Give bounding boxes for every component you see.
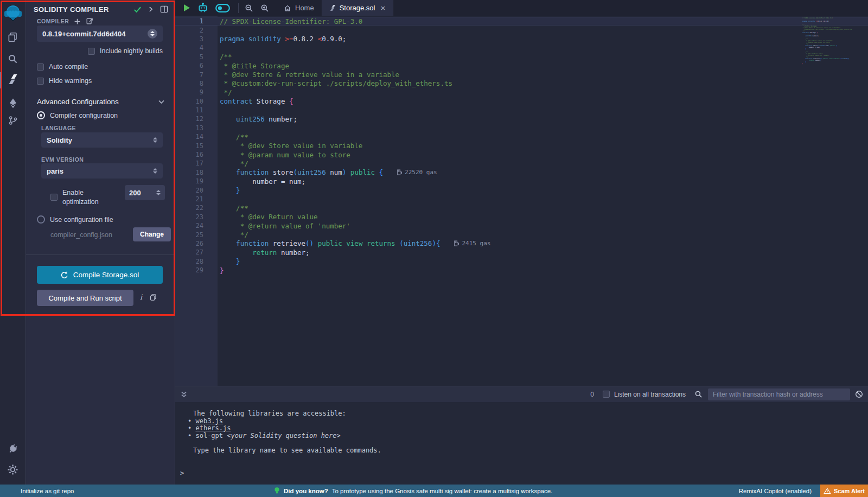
language-value: Solidity (47, 136, 153, 144)
code-line: 18 function store(uint256 num) public {2… (175, 168, 868, 177)
collapse-terminal-icon[interactable] (180, 391, 188, 398)
terminal-header: 0 Listen on all transactions (175, 386, 868, 402)
git-icon[interactable] (7, 114, 20, 127)
code-line: 9 */ (175, 88, 868, 97)
use-config-file-label: Use configuration file (50, 216, 113, 224)
line-number: 27 (175, 248, 203, 256)
file-explorer-icon[interactable] (7, 30, 20, 43)
search-icon[interactable] (7, 52, 20, 65)
enable-optimization-checkbox[interactable] (50, 194, 58, 201)
pin-panel-icon[interactable] (160, 5, 168, 13)
line-number: 21 (175, 195, 203, 203)
remix-logo-icon[interactable] (3, 3, 23, 23)
plugin-manager-icon[interactable] (7, 442, 20, 455)
terminal-line (188, 439, 868, 447)
terminal-lines: The following libraries are accessible:•… (188, 410, 868, 455)
use-config-file-radio-row[interactable]: Use configuration file (37, 215, 113, 224)
terminal-prompt[interactable]: > (180, 470, 184, 477)
code-line: 26 function retrieve() public view retur… (175, 239, 868, 248)
info-icon[interactable]: i (140, 293, 142, 301)
listen-all-transactions-row[interactable]: Listen on all transactions (603, 391, 686, 398)
compiler-configuration-radio-row[interactable]: Compiler configuration (37, 111, 118, 119)
code-line: 22 /** (175, 203, 868, 212)
transaction-filter-input[interactable] (708, 388, 850, 400)
run-script-button[interactable] (183, 4, 190, 12)
tab-home[interactable]: Home (276, 0, 322, 16)
git-init-label[interactable]: Initialize as git repo (21, 488, 74, 494)
code-line: 5/** (175, 53, 868, 61)
did-you-know-tip: Did you know? To prototype using the Gno… (274, 487, 552, 495)
number-input-spinner-icon[interactable] (156, 190, 161, 195)
advanced-configurations-toggle[interactable]: Advanced Configurations (37, 98, 165, 106)
zoom-out-icon (245, 4, 253, 12)
hide-warnings-checkbox-row[interactable]: Hide warnings (37, 77, 92, 85)
settings-gear-icon[interactable] (7, 463, 20, 476)
line-number: 12 (175, 115, 203, 123)
gas-estimate-widget: 22520 gas (397, 169, 437, 176)
recompile-icon (61, 271, 68, 279)
close-tab-icon[interactable]: × (380, 3, 385, 12)
code-line: 15 * @dev Store value in variable (175, 141, 868, 150)
code-line: 28 } (175, 257, 868, 266)
code-line: 19 number = num; (175, 177, 868, 186)
open-external-compiler-icon[interactable] (86, 17, 93, 25)
toolbar-separator (238, 3, 239, 13)
code-line: 27 return number; (175, 248, 868, 257)
copy-icon[interactable] (150, 294, 157, 301)
code-line: 4 (175, 43, 868, 52)
tip-title: Did you know? (284, 488, 328, 494)
change-config-button[interactable]: Change (133, 227, 171, 241)
line-number: 22 (175, 204, 203, 212)
add-compiler-icon[interactable] (74, 18, 81, 25)
include-nightly-checkbox[interactable] (88, 48, 95, 55)
evm-version-select[interactable]: paris (41, 163, 163, 179)
code-line: 13 (175, 124, 868, 132)
auto-compile-checkbox[interactable] (37, 63, 44, 71)
chevron-right-icon[interactable] (148, 6, 154, 12)
scam-alert-button[interactable]: Scam Alert (820, 485, 868, 497)
terminal-link[interactable]: web3.js (195, 417, 223, 425)
include-nightly-checkbox-row[interactable]: Include nightly builds (88, 47, 163, 55)
copilot-status-label[interactable]: RemixAI Copilot (enabled) (739, 488, 812, 494)
tab-storage-sol[interactable]: Storage.sol × (322, 0, 394, 16)
solidity-file-icon (330, 4, 336, 11)
clear-console-icon[interactable] (855, 390, 863, 398)
enable-optimization-row[interactable]: Enable optimization (50, 188, 116, 207)
code-line: 3pragma solidity >=0.8.2 <0.9.0; (175, 35, 868, 43)
home-icon (284, 4, 291, 12)
compile-and-run-button[interactable]: Compile and Run script (37, 290, 133, 306)
terminal-output[interactable]: The following libraries are accessible:•… (175, 402, 868, 485)
tip-text: To prototype using the Gnosis safe multi… (332, 488, 553, 494)
optimization-runs-input[interactable]: 200 (125, 185, 165, 200)
language-select[interactable]: Solidity (41, 132, 163, 148)
terminal-link[interactable]: ethers.js (195, 424, 231, 432)
hide-warnings-checkbox[interactable] (37, 78, 44, 85)
select-arrows-icon (153, 168, 157, 174)
line-number: 10 (175, 98, 203, 105)
deploy-run-icon[interactable] (7, 97, 20, 110)
use-config-file-radio[interactable] (37, 215, 45, 224)
active-tab-label: Storage.sol (340, 4, 375, 12)
code-line: 6 * @title Storage (175, 61, 868, 70)
line-number: 15 (175, 142, 203, 150)
zoom-out-button[interactable] (245, 4, 253, 12)
warning-triangle-icon (824, 488, 831, 494)
code-editor[interactable]: 1// SPDX-License-Identifier: GPL-3.023pr… (175, 16, 868, 386)
chevron-down-icon (158, 98, 165, 105)
minimap[interactable]: // SPDX-License-Identifier: GPL-3.0pragm… (802, 17, 867, 65)
copilot-toggle[interactable] (215, 4, 230, 12)
code-line: 29} (175, 266, 868, 275)
ai-copilot-robot-button[interactable] (197, 3, 208, 13)
compile-button[interactable]: Compile Storage.sol (37, 266, 163, 284)
evm-version-label: EVM VERSION (41, 156, 84, 163)
solidity-compiler-icon[interactable] (7, 73, 20, 86)
auto-compile-checkbox-row[interactable]: Auto compile (37, 63, 88, 71)
zoom-in-button[interactable] (260, 4, 269, 12)
line-number: 9 (175, 88, 203, 96)
compiler-configuration-radio[interactable] (37, 111, 45, 119)
language-label: LANGUAGE (41, 125, 76, 131)
compiler-version-select[interactable]: 0.8.19+commit.7dd6d404 (37, 26, 163, 42)
terminal-search-icon[interactable] (694, 390, 703, 398)
listen-all-transactions-checkbox[interactable] (603, 391, 610, 398)
line-number: 28 (175, 258, 203, 265)
